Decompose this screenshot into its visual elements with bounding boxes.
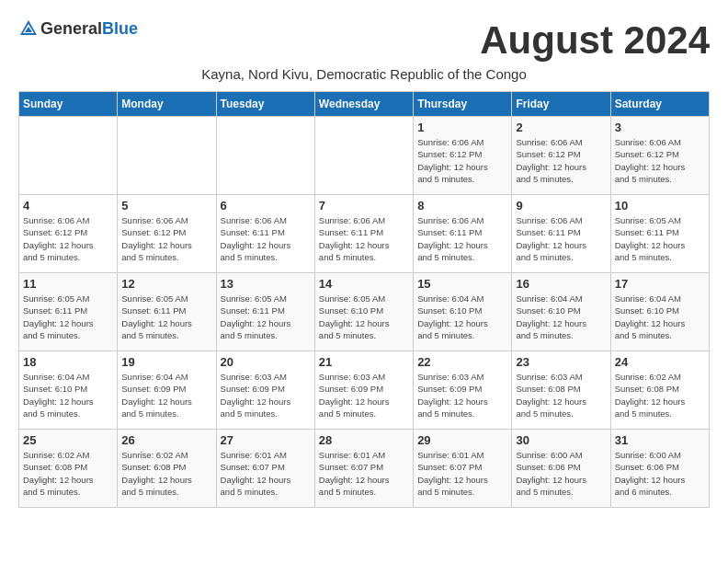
calendar-cell: 8Sunrise: 6:06 AM Sunset: 6:11 PM Daylig… (414, 195, 512, 273)
calendar-cell: 9Sunrise: 6:06 AM Sunset: 6:11 PM Daylig… (512, 195, 610, 273)
day-number: 8 (417, 199, 507, 213)
day-number: 23 (516, 355, 606, 369)
calendar-cell (314, 117, 413, 195)
day-number: 28 (319, 433, 409, 447)
day-detail: Sunrise: 6:03 AM Sunset: 6:09 PM Dayligh… (221, 371, 311, 419)
day-detail: Sunrise: 6:04 AM Sunset: 6:10 PM Dayligh… (615, 293, 705, 341)
day-of-week-header: Friday (512, 92, 610, 117)
day-detail: Sunrise: 6:04 AM Sunset: 6:10 PM Dayligh… (23, 371, 113, 419)
calendar-cell: 10Sunrise: 6:05 AM Sunset: 6:11 PM Dayli… (610, 195, 709, 273)
calendar-cell: 11Sunrise: 6:05 AM Sunset: 6:11 PM Dayli… (19, 273, 118, 351)
day-number: 25 (23, 433, 113, 447)
calendar-week-row: 25Sunrise: 6:02 AM Sunset: 6:08 PM Dayli… (19, 430, 710, 508)
day-detail: Sunrise: 6:05 AM Sunset: 6:11 PM Dayligh… (121, 293, 211, 341)
day-of-week-header: Sunday (19, 92, 118, 117)
day-detail: Sunrise: 6:01 AM Sunset: 6:07 PM Dayligh… (221, 449, 311, 498)
calendar-week-row: 1Sunrise: 6:06 AM Sunset: 6:12 PM Daylig… (19, 117, 710, 195)
day-detail: Sunrise: 6:05 AM Sunset: 6:11 PM Dayligh… (615, 214, 705, 263)
day-detail: Sunrise: 6:01 AM Sunset: 6:07 PM Dayligh… (319, 449, 409, 498)
day-number: 21 (319, 355, 409, 369)
calendar-cell: 24Sunrise: 6:02 AM Sunset: 6:08 PM Dayli… (610, 351, 709, 430)
day-number: 24 (615, 355, 705, 369)
logo-icon (18, 18, 39, 39)
calendar-cell: 2Sunrise: 6:06 AM Sunset: 6:12 PM Daylig… (512, 117, 610, 195)
day-detail: Sunrise: 6:06 AM Sunset: 6:12 PM Dayligh… (615, 136, 705, 185)
day-detail: Sunrise: 6:05 AM Sunset: 6:10 PM Dayligh… (319, 293, 409, 341)
calendar-cell: 29Sunrise: 6:01 AM Sunset: 6:07 PM Dayli… (414, 430, 512, 508)
day-number: 18 (23, 355, 113, 369)
calendar-cell: 20Sunrise: 6:03 AM Sunset: 6:09 PM Dayli… (216, 351, 314, 430)
calendar-cell: 17Sunrise: 6:04 AM Sunset: 6:10 PM Dayli… (610, 273, 709, 351)
day-number: 2 (516, 121, 606, 134)
calendar-cell: 3Sunrise: 6:06 AM Sunset: 6:12 PM Daylig… (610, 117, 709, 195)
day-number: 17 (615, 277, 705, 291)
calendar-cell: 22Sunrise: 6:03 AM Sunset: 6:09 PM Dayli… (414, 351, 512, 430)
calendar-table: SundayMondayTuesdayWednesdayThursdayFrid… (18, 91, 710, 508)
day-number: 30 (516, 433, 606, 447)
day-of-week-header: Saturday (610, 92, 709, 117)
day-detail: Sunrise: 6:06 AM Sunset: 6:11 PM Dayligh… (516, 214, 606, 263)
calendar-cell: 26Sunrise: 6:02 AM Sunset: 6:08 PM Dayli… (118, 430, 216, 508)
calendar-cell: 15Sunrise: 6:04 AM Sunset: 6:10 PM Dayli… (414, 273, 512, 351)
day-detail: Sunrise: 6:06 AM Sunset: 6:12 PM Dayligh… (417, 136, 507, 185)
calendar-cell: 13Sunrise: 6:05 AM Sunset: 6:11 PM Dayli… (216, 273, 314, 351)
calendar-cell: 19Sunrise: 6:04 AM Sunset: 6:09 PM Dayli… (118, 351, 216, 430)
day-of-week-header: Monday (118, 92, 216, 117)
calendar-week-row: 11Sunrise: 6:05 AM Sunset: 6:11 PM Dayli… (19, 273, 710, 351)
day-number: 12 (121, 277, 211, 291)
header: GeneralBlue August 2024 (18, 18, 710, 63)
calendar-cell (19, 117, 118, 195)
day-detail: Sunrise: 6:02 AM Sunset: 6:08 PM Dayligh… (615, 371, 705, 419)
day-number: 7 (319, 199, 409, 213)
calendar-header-row: SundayMondayTuesdayWednesdayThursdayFrid… (19, 92, 710, 117)
logo: GeneralBlue (18, 18, 138, 39)
day-number: 4 (23, 199, 113, 213)
calendar-cell: 1Sunrise: 6:06 AM Sunset: 6:12 PM Daylig… (414, 117, 512, 195)
calendar-cell: 4Sunrise: 6:06 AM Sunset: 6:12 PM Daylig… (19, 195, 118, 273)
logo-text: GeneralBlue (40, 19, 138, 39)
day-of-week-header: Thursday (414, 92, 512, 117)
day-number: 10 (615, 199, 705, 213)
day-number: 11 (23, 277, 113, 291)
day-number: 19 (121, 355, 211, 369)
calendar-cell: 23Sunrise: 6:03 AM Sunset: 6:08 PM Dayli… (512, 351, 610, 430)
calendar-cell: 28Sunrise: 6:01 AM Sunset: 6:07 PM Dayli… (314, 430, 413, 508)
calendar-cell: 14Sunrise: 6:05 AM Sunset: 6:10 PM Dayli… (314, 273, 413, 351)
day-detail: Sunrise: 6:06 AM Sunset: 6:12 PM Dayligh… (121, 214, 211, 263)
calendar-cell: 21Sunrise: 6:03 AM Sunset: 6:09 PM Dayli… (314, 351, 413, 430)
day-number: 14 (319, 277, 409, 291)
day-number: 26 (121, 433, 211, 447)
page-container: GeneralBlue August 2024 Kayna, Nord Kivu… (18, 18, 710, 508)
day-detail: Sunrise: 6:04 AM Sunset: 6:10 PM Dayligh… (516, 293, 606, 341)
calendar-cell (216, 117, 314, 195)
day-detail: Sunrise: 6:03 AM Sunset: 6:09 PM Dayligh… (319, 371, 409, 419)
logo-blue: Blue (102, 19, 138, 38)
calendar-cell: 25Sunrise: 6:02 AM Sunset: 6:08 PM Dayli… (19, 430, 118, 508)
calendar-cell: 12Sunrise: 6:05 AM Sunset: 6:11 PM Dayli… (118, 273, 216, 351)
day-detail: Sunrise: 6:03 AM Sunset: 6:09 PM Dayligh… (417, 371, 507, 419)
day-detail: Sunrise: 6:06 AM Sunset: 6:12 PM Dayligh… (516, 136, 606, 185)
day-detail: Sunrise: 6:05 AM Sunset: 6:11 PM Dayligh… (221, 293, 311, 341)
day-number: 27 (221, 433, 311, 447)
day-number: 3 (615, 121, 705, 134)
day-detail: Sunrise: 6:06 AM Sunset: 6:11 PM Dayligh… (417, 214, 507, 263)
calendar-cell: 7Sunrise: 6:06 AM Sunset: 6:11 PM Daylig… (314, 195, 413, 273)
day-number: 20 (221, 355, 311, 369)
calendar-cell: 5Sunrise: 6:06 AM Sunset: 6:12 PM Daylig… (118, 195, 216, 273)
day-number: 1 (417, 121, 507, 134)
day-detail: Sunrise: 6:02 AM Sunset: 6:08 PM Dayligh… (23, 449, 113, 498)
day-number: 13 (221, 277, 311, 291)
day-number: 16 (516, 277, 606, 291)
calendar-cell: 31Sunrise: 6:00 AM Sunset: 6:06 PM Dayli… (610, 430, 709, 508)
calendar-cell: 30Sunrise: 6:00 AM Sunset: 6:06 PM Dayli… (512, 430, 610, 508)
day-detail: Sunrise: 6:06 AM Sunset: 6:11 PM Dayligh… (319, 214, 409, 263)
calendar-cell (118, 117, 216, 195)
day-detail: Sunrise: 6:04 AM Sunset: 6:09 PM Dayligh… (121, 371, 211, 419)
day-detail: Sunrise: 6:02 AM Sunset: 6:08 PM Dayligh… (121, 449, 211, 498)
day-number: 31 (615, 433, 705, 447)
calendar-cell: 16Sunrise: 6:04 AM Sunset: 6:10 PM Dayli… (512, 273, 610, 351)
calendar-cell: 6Sunrise: 6:06 AM Sunset: 6:11 PM Daylig… (216, 195, 314, 273)
calendar-week-row: 18Sunrise: 6:04 AM Sunset: 6:10 PM Dayli… (19, 351, 710, 430)
day-detail: Sunrise: 6:06 AM Sunset: 6:12 PM Dayligh… (23, 214, 113, 263)
day-detail: Sunrise: 6:00 AM Sunset: 6:06 PM Dayligh… (516, 449, 606, 498)
